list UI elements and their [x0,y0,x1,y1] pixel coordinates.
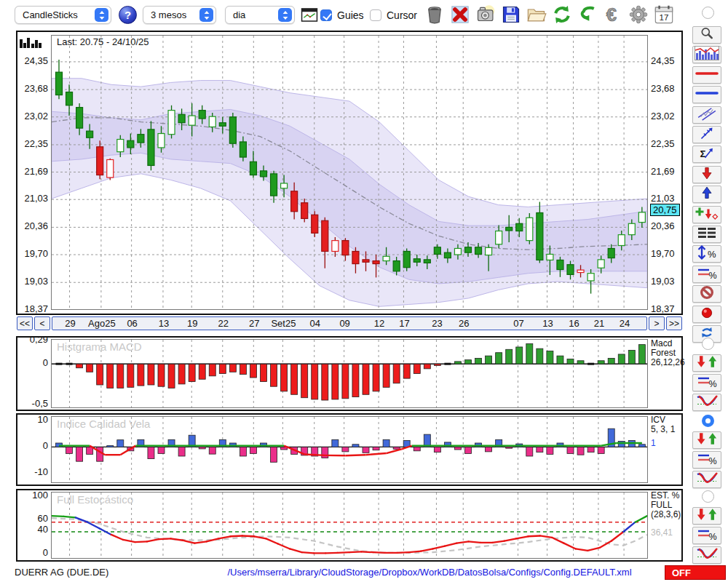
date-tick: 29 [65,318,75,329]
scroll-last-button[interactable]: >> [666,316,682,330]
chart-window-icon[interactable] [301,8,318,22]
main-chart-radio[interactable] [702,7,714,19]
histogram-icon[interactable] [19,36,44,49]
open-folder-icon [526,15,547,27]
svg-text:%: % [709,456,717,466]
rg-arrows-panel3-button[interactable] [692,507,721,525]
levels-tool-button[interactable] [692,226,721,243]
channel-tool-button[interactable] [692,106,721,124]
sigma-trend-icon: Σ [695,146,719,163]
arrow-down-icon [695,166,719,183]
trendline-tool-button[interactable] [692,126,721,143]
waves-panel3-button[interactable] [692,546,721,564]
date-tick: 12 [374,318,384,329]
scroll-next-button[interactable]: > [649,316,665,330]
range-select[interactable]: 3 mesos [143,6,216,24]
interval-select[interactable]: dia [225,6,295,24]
zoom-tool-button[interactable] [692,26,721,44]
date-tick: 07 [513,318,523,329]
record-icon [695,306,719,323]
arrow-up-tool-button[interactable] [692,186,721,203]
icv-side-label: ICV5, 3, 1 [651,415,684,434]
delete-button[interactable] [450,4,470,25]
price-tick-left: 18,37 [17,304,48,314]
date-tick: 23 [432,318,442,329]
cursor-checkbox[interactable] [370,9,381,21]
arrow-down-tool-button[interactable] [692,166,721,183]
signals-tool-button[interactable] [692,206,721,223]
lines-percent-panel3-button[interactable]: % [692,527,721,544]
calendar-button[interactable]: 17 [654,4,674,25]
lines-percent-panel1-button[interactable]: % [692,374,721,391]
open-folder-button[interactable] [526,4,547,25]
forbid-icon [695,285,719,303]
svg-text:Σ: Σ [700,148,705,159]
channel-icon [695,106,719,124]
rg-arrows-icon [695,354,719,372]
panel-radio-1[interactable] [702,338,714,350]
trash-button[interactable] [424,4,445,25]
guies-checkbox[interactable] [320,9,332,21]
icv-tick: 0 [17,441,48,451]
forbid-tool-button[interactable] [692,285,721,303]
waves-panel2-button[interactable] [692,471,721,488]
levels-icon [695,226,719,243]
price-tick-right: 23,68 [651,84,675,94]
price-tick-left: 22,35 [17,139,48,149]
record-tool-button[interactable] [692,306,721,323]
range-value: 3 mesos [151,9,186,20]
rg-arrows-panel1-button[interactable] [692,354,721,372]
signals-icon [695,206,719,223]
date-tick: 22 [218,318,229,329]
sigma-trend-tool-button[interactable]: Σ [692,146,721,163]
range-percent-tool-button[interactable]: % [692,245,721,263]
hline-red-tool-button[interactable] [692,66,721,84]
candlestick-plot[interactable] [51,35,648,310]
indicator-chart-tool-button[interactable] [692,46,721,63]
date-tick: 21 [594,318,604,329]
price-tick-left: 19,03 [17,276,48,287]
undo-button[interactable] [577,4,598,25]
off-toggle-button[interactable]: OFF [665,565,726,580]
lines-percent-tool-button[interactable]: % [692,266,721,283]
scroll-prev-button[interactable]: < [34,316,50,330]
stochastic-plot[interactable] [51,492,648,559]
date-tick: 04 [310,318,320,329]
select-stepper-icon [278,8,292,22]
refresh-button[interactable] [552,4,572,25]
panel-radio-2[interactable] [702,415,714,427]
rg-arrows-panel2-button[interactable] [692,431,721,449]
chart-type-select[interactable]: CandleSticks [15,6,111,24]
price-tick-left: 21,03 [17,194,48,204]
last-price-label: Last: 20.75 - 24/10/25 [57,36,149,47]
save-button[interactable] [501,4,521,25]
stochastic-tick: 0 [17,548,48,558]
select-stepper-icon [199,8,213,22]
price-tick-left: 23,68 [17,84,48,94]
price-tick-right: 21,03 [651,194,675,204]
toolbar: CandleSticks ? 3 mesos dia Guies Cursor [0,0,728,29]
hline-blue-tool-button[interactable] [692,86,721,103]
stochastic-tick: 60 [17,514,48,524]
rg-arrows-icon [695,507,719,525]
delete-icon [450,15,470,27]
date-tick: 27 [249,318,259,329]
price-tick-right: 19,70 [651,249,675,259]
camera-button[interactable] [475,4,496,25]
waves-panel1-button[interactable] [692,394,721,411]
date-tick: 16 [569,318,579,329]
help-button[interactable]: ? [119,6,137,24]
scroll-first-button[interactable]: << [17,316,33,330]
date-axis-strip[interactable]: 29Ago250613192227Set25040912172326071316… [52,316,647,330]
current-price-tag: 20,75 [650,204,680,216]
euro-button[interactable]: € [603,4,623,25]
price-tick-right: 20,36 [651,221,675,231]
price-tick-right: 21,69 [651,167,675,177]
waves-icon [695,394,719,411]
date-tick: 13 [159,318,169,329]
lines-percent-panel2-button[interactable]: % [692,451,721,469]
settings-button[interactable] [628,4,649,25]
macd-bars [56,344,646,401]
date-tick: 13 [542,318,553,329]
panel-radio-3[interactable] [702,490,714,503]
